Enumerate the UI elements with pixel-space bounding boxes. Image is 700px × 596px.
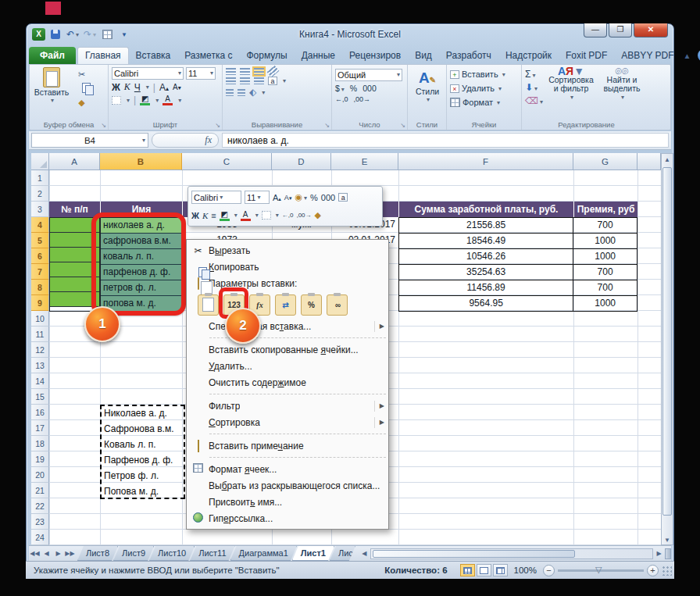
menu-item-delete[interactable]: Удалить... — [188, 358, 388, 374]
tab-file[interactable]: Файл — [29, 47, 76, 64]
cell-g5[interactable]: 1000 — [573, 234, 637, 249]
next-sheet-icon[interactable]: ▶ — [52, 546, 64, 561]
tab-foxit[interactable]: Foxit PDF — [559, 48, 614, 64]
row-header-22[interactable]: 22 — [31, 498, 49, 514]
mini-currency-icon[interactable]: ◉▾ — [295, 192, 307, 202]
fill-color-icon[interactable]: ◩ — [140, 95, 150, 105]
column-header-b[interactable]: B — [100, 153, 182, 170]
view-normal-icon[interactable] — [460, 564, 475, 576]
menu-item-define-name[interactable]: Присвоить имя... — [188, 494, 388, 510]
resize-grip[interactable] — [661, 565, 672, 576]
borders-icon[interactable] — [112, 96, 121, 105]
orientation-icon[interactable] — [267, 66, 280, 77]
fill-icon[interactable]: ⬇▾ — [525, 82, 543, 93]
customize-qat-icon[interactable]: ▼ — [117, 28, 131, 41]
cell-f3[interactable]: Сумма заработной платы, руб. — [398, 202, 573, 217]
save-icon[interactable] — [48, 28, 62, 41]
row-header-19[interactable]: 19 — [31, 451, 49, 467]
row-header-11[interactable]: 11 — [31, 327, 49, 342]
italic-button[interactable]: К — [124, 81, 130, 93]
cut-icon[interactable]: ✂ — [75, 69, 88, 80]
menu-item-pick-from-list[interactable]: Выбрать из раскрывающегося списка... — [188, 477, 388, 494]
sheet-tab-partial[interactable]: Лис — [330, 546, 355, 561]
mini-font-combo[interactable]: Calibri▾ — [191, 191, 241, 204]
underline-button[interactable]: Ч — [134, 82, 141, 93]
cell-b16[interactable]: Николаев а. д. — [102, 406, 184, 422]
table-shortcut-icon[interactable] — [100, 28, 114, 41]
mini-fill-color-icon[interactable]: ◩ — [220, 211, 230, 220]
paste-keep-formatting-icon[interactable] — [198, 294, 219, 316]
tab-abbyy[interactable]: ABBYY PDF — [614, 48, 680, 64]
row-header-23[interactable]: 23 — [31, 514, 49, 530]
cell-g7[interactable]: 700 — [573, 265, 637, 280]
name-box-dropdown-icon[interactable]: ▾ — [142, 137, 145, 144]
cell-f4[interactable]: 21556.85 — [399, 218, 573, 234]
menu-item-paste-special[interactable]: Специальная вставка... ▶ — [188, 318, 388, 334]
row-header-14[interactable]: 14 — [31, 373, 49, 389]
paste-button[interactable]: Вставить ▾ — [33, 67, 70, 109]
zoom-out-icon[interactable]: − — [543, 565, 555, 576]
mini-italic-icon[interactable]: К — [202, 211, 208, 220]
row-header-5[interactable]: 5 — [31, 233, 49, 248]
prev-sheet-icon[interactable]: ◀ — [41, 546, 52, 561]
column-header-g[interactable]: G — [573, 153, 638, 170]
menu-item-format-cells[interactable]: Формат ячеек... — [188, 461, 388, 477]
autosum-icon[interactable]: Σ▾ — [525, 69, 543, 80]
close-button[interactable]: ✕ — [634, 23, 668, 37]
cell-g8[interactable]: 700 — [573, 280, 637, 296]
paste-link-icon[interactable]: ∞ — [327, 294, 348, 316]
font-dialog-launcher-icon[interactable]: ↘ — [215, 122, 220, 129]
align-middle-icon[interactable] — [240, 68, 250, 75]
cell-b18[interactable]: Коваль л. п. — [102, 437, 184, 453]
cell-f6[interactable]: 10546.26 — [399, 249, 573, 265]
format-cells-button[interactable]: Формат▾ — [450, 95, 518, 109]
row-header-6[interactable]: 6 — [31, 248, 49, 264]
restore-button[interactable]: ❐ — [609, 23, 632, 37]
tab-insert[interactable]: Вставка — [129, 48, 178, 64]
range-f4-g9[interactable]: 21556.8518546.4910546.2635254.6311456.89… — [398, 217, 638, 312]
mini-merge-icon[interactable]: a — [338, 193, 348, 202]
increase-indent-icon[interactable] — [238, 89, 245, 96]
mini-font-color-icon[interactable]: А — [241, 211, 251, 220]
row-header-12[interactable]: 12 — [31, 342, 49, 358]
cell-b21[interactable]: Попова м. д. — [102, 484, 184, 500]
mini-decrease-decimal-icon[interactable]: ,00→ — [296, 212, 311, 219]
sheet-tab-list9[interactable]: Лист9 — [113, 546, 154, 561]
mini-bold-icon[interactable]: Ж — [191, 211, 199, 220]
row-header-13[interactable]: 13 — [31, 358, 49, 373]
tab-formulas[interactable]: Формулы — [239, 48, 294, 64]
cell-g6[interactable]: 1000 — [573, 249, 637, 265]
name-box[interactable]: B4▾ — [31, 133, 148, 148]
column-header-d[interactable]: D — [272, 153, 331, 170]
vertical-scroll-thumb[interactable] — [662, 167, 672, 516]
align-center-icon[interactable] — [240, 77, 250, 84]
tab-developer[interactable]: Разработч — [439, 48, 498, 64]
excel-logo-icon[interactable]: X — [32, 28, 45, 41]
merge-center-icon[interactable]: ⬖ — [249, 87, 256, 98]
mini-shrink-font-icon[interactable]: А▾ — [284, 194, 292, 202]
row-header-24[interactable]: 24 — [31, 530, 49, 545]
zoom-level[interactable]: 100% — [514, 566, 537, 575]
clipboard-dialog-launcher-icon[interactable]: ↘ — [101, 122, 106, 129]
last-sheet-icon[interactable]: ▶▶ — [64, 546, 76, 561]
insert-cells-button[interactable]: + Вставить▾ — [450, 67, 518, 81]
comma-style-icon[interactable]: 000 — [362, 84, 377, 93]
row-header-10[interactable]: 10 — [31, 311, 49, 327]
row-header-4[interactable]: 4 — [31, 217, 49, 233]
sheet-tab-list11[interactable]: Лист11 — [190, 546, 234, 561]
tab-view[interactable]: Вид — [408, 48, 439, 64]
sheet-tab-list10[interactable]: Лист10 — [149, 546, 195, 561]
mini-borders-icon[interactable] — [262, 211, 271, 219]
align-left-icon[interactable] — [226, 77, 236, 84]
find-select-button[interactable]: ⌾⌾ Найти и выделить▾ — [599, 67, 645, 106]
tab-addins[interactable]: Надстройк — [498, 48, 559, 64]
align-bottom-icon[interactable] — [254, 68, 264, 75]
cell-f8[interactable]: 11456.89 — [399, 280, 573, 296]
cell-a3[interactable]: № п/п — [49, 202, 100, 217]
tab-data[interactable]: Данные — [295, 48, 342, 64]
cell-b20[interactable]: Петров ф. л. — [102, 469, 184, 484]
horizontal-scrollbar[interactable]: ◀ ▶ — [359, 546, 671, 561]
select-all-corner[interactable] — [31, 153, 49, 170]
scroll-up-icon[interactable]: ▲ — [662, 154, 673, 166]
zoom-in-icon[interactable]: + — [647, 565, 659, 576]
